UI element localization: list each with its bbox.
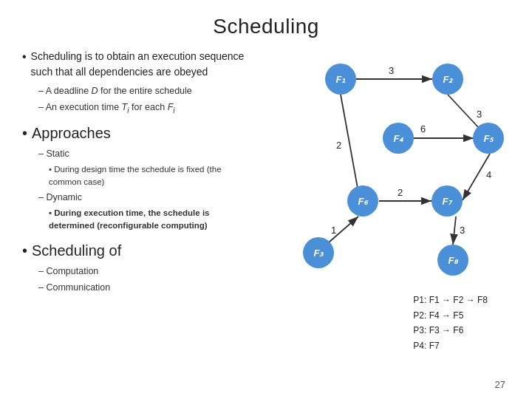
path-2: P2: F4 → F5: [413, 308, 488, 323]
approaches-header: • Approaches: [22, 122, 251, 144]
bullet-scheduling: • Scheduling is to obtain an execution s…: [22, 49, 251, 80]
svg-text:3: 3: [477, 109, 482, 120]
sub-static-desc: During design time the schedule is fixed…: [22, 163, 251, 189]
static-label: Static: [46, 149, 69, 159]
scheduling-of-label: Scheduling of: [32, 239, 121, 262]
content-area: • Scheduling is to obtain an execution s…: [22, 49, 510, 374]
sub-communication: Communication: [22, 281, 251, 295]
right-panel: 3 3 6 4: [259, 49, 510, 374]
path-1: P1: F1 → F2 → F8: [413, 293, 488, 307]
svg-text:F₂: F₂: [443, 74, 454, 85]
scheduling-of-header: • Scheduling of: [22, 239, 251, 262]
svg-line-13: [453, 216, 456, 245]
path-3: P3: F3 → F6: [413, 323, 488, 338]
page-title: Scheduling: [22, 15, 510, 38]
svg-text:F₇: F₇: [443, 196, 454, 207]
svg-text:4: 4: [486, 169, 491, 180]
bullet-dot-1: •: [22, 51, 27, 63]
sub-dynamic-desc: During execution time, the schedule is d…: [22, 207, 251, 233]
svg-text:3: 3: [389, 65, 394, 76]
svg-text:2: 2: [398, 187, 403, 198]
sub-deadline: A deadline D for the entire schedule: [22, 84, 251, 98]
svg-text:F₁: F₁: [336, 74, 347, 85]
slide: Scheduling • Scheduling is to obtain an …: [0, 0, 532, 399]
sub-execution-time: An execution time Ti for each Fi: [22, 100, 251, 116]
svg-text:1: 1: [331, 225, 336, 236]
bullet-scheduling-text: Scheduling is to obtain an execution seq…: [31, 49, 251, 80]
graph-svg: 3 3 6 4: [259, 41, 510, 293]
svg-text:F₆: F₆: [358, 196, 369, 207]
svg-text:2: 2: [336, 140, 341, 151]
paths-info: P1: F1 → F2 → F8 P2: F4 → F5 P3: F3 → F6…: [413, 293, 488, 353]
sub-dynamic: Dynamic: [22, 191, 251, 205]
svg-text:3: 3: [460, 225, 465, 236]
svg-text:F₃: F₃: [314, 248, 325, 259]
approaches-label: Approaches: [32, 122, 111, 144]
svg-line-9: [341, 95, 360, 200]
page-number: 27: [495, 379, 505, 390]
left-panel: • Scheduling is to obtain an execution s…: [22, 49, 251, 374]
svg-text:F₅: F₅: [484, 133, 495, 144]
bullet-dot-scheduling-of: •: [22, 239, 27, 262]
svg-text:F₄: F₄: [394, 133, 404, 144]
graph-container: 3 3 6 4: [259, 41, 510, 293]
bullet-dot-approaches: •: [22, 122, 27, 144]
sub-static: Static: [22, 147, 251, 161]
sub-computation: Computation: [22, 265, 251, 279]
svg-text:F₈: F₈: [449, 255, 460, 266]
are-obeyed-text: are obeyed: [156, 66, 208, 78]
path-4: P4: F7: [413, 338, 488, 353]
svg-text:6: 6: [420, 123, 426, 134]
